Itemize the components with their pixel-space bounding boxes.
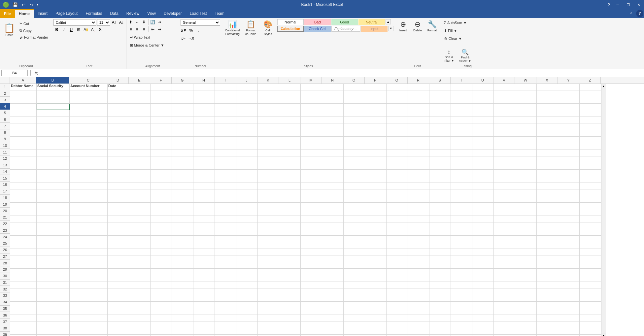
cell-n35[interactable] [322, 308, 344, 315]
cell-r35[interactable] [408, 308, 429, 315]
cell-o13[interactable] [344, 163, 365, 170]
cell-b21[interactable] [37, 216, 70, 222]
cell-u10[interactable] [472, 143, 494, 150]
cell-t25[interactable] [451, 242, 472, 249]
cell-k35[interactable] [258, 308, 279, 315]
cell-d18[interactable] [108, 196, 129, 203]
cell-o28[interactable] [344, 262, 365, 269]
cell-s26[interactable] [429, 249, 451, 255]
cell-r4[interactable] [408, 104, 429, 110]
cell-e29[interactable] [129, 269, 151, 275]
cell-a2[interactable] [10, 90, 37, 97]
cell-w32[interactable] [515, 288, 537, 295]
cell-n15[interactable] [322, 176, 344, 183]
cell-g6[interactable] [172, 117, 193, 123]
cell-w25[interactable] [515, 242, 537, 249]
cell-j12[interactable] [236, 156, 258, 163]
cell-v22[interactable] [494, 222, 515, 229]
cell-i31[interactable] [215, 282, 236, 288]
cell-j15[interactable] [236, 176, 258, 183]
cell-f36[interactable] [151, 315, 172, 321]
row-header-33[interactable]: 33 [0, 292, 10, 299]
cell-a32[interactable] [10, 288, 37, 295]
cell-g8[interactable] [172, 130, 193, 137]
cell-g5[interactable] [172, 110, 193, 117]
cell-u20[interactable] [472, 209, 494, 216]
cell-l1[interactable] [279, 84, 301, 90]
cell-w36[interactable] [515, 315, 537, 321]
cell-g26[interactable] [172, 249, 193, 255]
cell-r21[interactable] [408, 216, 429, 222]
cell-g38[interactable] [172, 328, 193, 335]
align-middle-button[interactable]: ↔ [134, 19, 140, 25]
cell-r3[interactable] [408, 97, 429, 104]
cell-c7[interactable] [70, 123, 108, 130]
cell-o38[interactable] [344, 328, 365, 335]
cell-b28[interactable] [37, 262, 70, 269]
cell-f29[interactable] [151, 269, 172, 275]
cell-m22[interactable] [301, 222, 322, 229]
cell-x20[interactable] [537, 209, 558, 216]
cell-j25[interactable] [236, 242, 258, 249]
cell-m34[interactable] [301, 302, 322, 308]
cell-v37[interactable] [494, 321, 515, 328]
cell-m13[interactable] [301, 163, 322, 170]
cell-t17[interactable] [451, 189, 472, 196]
cell-e3[interactable] [129, 97, 151, 104]
cell-v24[interactable] [494, 236, 515, 242]
cell-m2[interactable] [301, 90, 322, 97]
cell-r16[interactable] [408, 183, 429, 189]
cell-a13[interactable] [10, 163, 37, 170]
cell-p25[interactable] [365, 242, 387, 249]
cell-o32[interactable] [344, 288, 365, 295]
cell-f3[interactable] [151, 97, 172, 104]
cell-c13[interactable] [70, 163, 108, 170]
cell-t27[interactable] [451, 255, 472, 262]
cell-o2[interactable] [344, 90, 365, 97]
cell-d28[interactable] [108, 262, 129, 269]
cell-t6[interactable] [451, 117, 472, 123]
formula-input[interactable] [41, 71, 643, 75]
cell-x23[interactable] [537, 229, 558, 236]
cell-f12[interactable] [151, 156, 172, 163]
cell-q30[interactable] [387, 275, 408, 282]
cell-v28[interactable] [494, 262, 515, 269]
cell-x9[interactable] [537, 137, 558, 143]
cell-t36[interactable] [451, 315, 472, 321]
cell-r2[interactable] [408, 90, 429, 97]
cell-f6[interactable] [151, 117, 172, 123]
row-header-10[interactable]: 10 [0, 142, 10, 149]
tab-team[interactable]: Team [211, 9, 228, 18]
row-header-30[interactable]: 30 [0, 273, 10, 280]
cell-f21[interactable] [151, 216, 172, 222]
cell-q29[interactable] [387, 269, 408, 275]
cell-d25[interactable] [108, 242, 129, 249]
cell-q9[interactable] [387, 137, 408, 143]
cell-x26[interactable] [537, 249, 558, 255]
cell-v3[interactable] [494, 97, 515, 104]
cell-e32[interactable] [129, 288, 151, 295]
tab-page-layout[interactable]: Page Layout [51, 9, 82, 18]
col-header-v[interactable]: V [493, 77, 515, 84]
cell-i12[interactable] [215, 156, 236, 163]
row-header-12[interactable]: 12 [0, 155, 10, 162]
cell-p32[interactable] [365, 288, 387, 295]
col-header-t[interactable]: T [451, 77, 472, 84]
cell-j22[interactable] [236, 222, 258, 229]
cell-e10[interactable] [129, 143, 151, 150]
cell-c37[interactable] [70, 321, 108, 328]
tab-formulas[interactable]: Formulas [82, 9, 106, 18]
cell-c39[interactable] [70, 335, 108, 336]
cell-u13[interactable] [472, 163, 494, 170]
cell-t13[interactable] [451, 163, 472, 170]
col-header-o[interactable]: O [343, 77, 365, 84]
cell-h33[interactable] [193, 295, 215, 302]
cell-q10[interactable] [387, 143, 408, 150]
cell-p7[interactable] [365, 123, 387, 130]
cell-h9[interactable] [193, 137, 215, 143]
cell-y13[interactable] [558, 163, 580, 170]
cell-g37[interactable] [172, 321, 193, 328]
cell-p5[interactable] [365, 110, 387, 117]
cell-g30[interactable] [172, 275, 193, 282]
cell-z4[interactable] [580, 104, 601, 110]
